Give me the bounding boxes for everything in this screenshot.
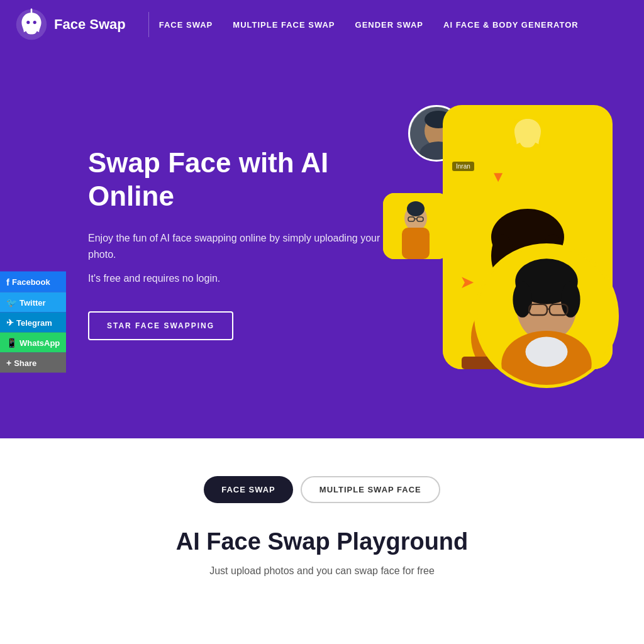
hero-cta-button[interactable]: STAR FACE SWAPPING [88, 311, 233, 340]
circle-portrait [474, 243, 619, 388]
hero-description-2: It's free and requires no login. [88, 270, 390, 287]
telegram-share-button[interactable]: ✈ Telegram [0, 313, 66, 333]
share-icon: + [6, 358, 11, 368]
source-face-card [383, 193, 449, 259]
svg-rect-11 [402, 228, 430, 259]
hero-description-1: Enjoy the fun of AI face swapping online… [88, 230, 390, 262]
nav-multiple-face-swap[interactable]: MULTIPLE FACE SWAP [233, 20, 335, 30]
playground-title: AI Face Swap Playground [13, 528, 631, 555]
share-button[interactable]: + Share [0, 353, 66, 373]
nav-face-swap[interactable]: FACE SWAP [159, 20, 213, 30]
playground-subtitle: Just upload photos and you can swap face… [13, 565, 631, 577]
facebook-label: Facebook [12, 277, 50, 287]
twitter-label: Twitter [19, 297, 46, 307]
hero-content: Swap Face with AI Online Enjoy the fun o… [88, 147, 390, 340]
tab-multiple-swap-face[interactable]: MULTIPLE SWAP FACE [301, 476, 440, 503]
twitter-icon: 🐦 [6, 297, 17, 308]
hero-section: Swap Face with AI Online Enjoy the fun o… [0, 48, 644, 438]
logo-icon [15, 8, 48, 41]
svg-point-2 [33, 20, 36, 23]
svg-point-30 [561, 281, 580, 317]
svg-point-1 [26, 20, 30, 23]
nav-gender-swap[interactable]: GENDER SWAP [355, 20, 424, 30]
snapchat-ghost-icon [506, 114, 550, 158]
whatsapp-label: WhatsApp [19, 338, 60, 347]
circle-portrait-image [477, 243, 616, 388]
tab-face-swap[interactable]: FACE SWAP [204, 476, 293, 503]
svg-point-10 [407, 201, 425, 216]
whatsapp-share-button[interactable]: 📱 WhatsApp [0, 333, 66, 353]
logo-link[interactable]: Face Swap [15, 8, 126, 41]
navbar: Face Swap FACE SWAP MULTIPLE FACE SWAP G… [0, 0, 644, 48]
nav-ai-face-body[interactable]: AI FACE & BODY GENERATOR [443, 20, 579, 30]
facebook-icon: f [6, 277, 9, 287]
svg-point-35 [526, 336, 568, 367]
facebook-share-button[interactable]: f Facebook [0, 272, 66, 292]
nav-divider [148, 12, 149, 37]
twitter-share-button[interactable]: 🐦 Twitter [0, 292, 66, 313]
arrow-right-icon: ➤ [460, 272, 474, 292]
snap-overlay-text: Inran [452, 162, 474, 171]
source-face-image [383, 193, 449, 259]
hero-headline: Swap Face with AI Online [88, 147, 390, 213]
logo-text: Face Swap [54, 16, 126, 33]
whatsapp-icon: 📱 [6, 338, 17, 348]
nav-links: FACE SWAP MULTIPLE FACE SWAP GENDER SWAP… [159, 19, 579, 30]
social-sidebar: f Facebook 🐦 Twitter ✈ Telegram 📱 WhatsA… [0, 272, 66, 373]
tab-row: FACE SWAP MULTIPLE SWAP FACE [13, 476, 631, 503]
share-label: Share [14, 358, 36, 367]
arrow-down-icon: ▼ [491, 168, 506, 186]
hero-visual: ▼ ➤ Inran [390, 86, 644, 401]
bottom-section: FACE SWAP MULTIPLE SWAP FACE AI Face Swa… [0, 438, 644, 627]
telegram-label: Telegram [16, 318, 52, 327]
telegram-icon: ✈ [6, 318, 14, 328]
